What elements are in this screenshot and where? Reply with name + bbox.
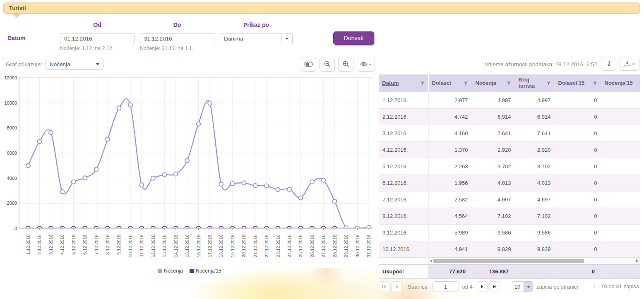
- legend-item[interactable]: Noćenja: [158, 268, 183, 274]
- table-cell: 3.702: [472, 158, 515, 175]
- legend-label: Noćenja'15: [196, 268, 221, 274]
- table-cell: 4.697: [515, 191, 555, 208]
- svg-text:3.12.2016.: 3.12.2016.: [48, 233, 53, 255]
- last-page-button[interactable]: [489, 281, 500, 292]
- tab-turisti[interactable]: Turisti: [9, 5, 26, 11]
- table-cell: 9.586: [515, 224, 555, 241]
- table-row[interactable]: 8.12.2016.4.5647.1027.1020: [379, 208, 640, 224]
- date-to-input[interactable]: [140, 33, 214, 44]
- svg-text:16.12.2016.: 16.12.2016.: [196, 233, 201, 257]
- table-cell: 4.742: [428, 108, 472, 125]
- page-number-input[interactable]: [433, 281, 459, 292]
- table-cell: 5.989: [428, 224, 472, 241]
- table-row[interactable]: 5.12.2016.2.2633.7023.7020: [379, 158, 640, 175]
- svg-text:29.12.2016.: 29.12.2016.: [344, 233, 348, 257]
- table-cell: 4.564: [428, 208, 472, 224]
- table-cell: [601, 208, 640, 224]
- date-from-hint: Noćenje: 1.12. na 2.12.: [60, 45, 113, 51]
- page-of-label: od 4: [462, 284, 473, 290]
- table-cell: 0: [555, 191, 601, 208]
- table-row[interactable]: 3.12.2016.4.1697.6417.6410: [379, 125, 640, 141]
- zoom-in-button[interactable]: [338, 57, 353, 72]
- zoom-out-button[interactable]: [320, 57, 335, 72]
- svg-text:24.12.2016.: 24.12.2016.: [287, 233, 292, 257]
- table-cell: 9.586: [472, 224, 515, 241]
- table-row[interactable]: 4.12.2016.1.3702.9202.9200: [379, 141, 640, 158]
- total-broj-turista: [515, 265, 555, 278]
- graf-prikazuje-select[interactable]: Noćenja: [46, 59, 103, 70]
- column-header-datum[interactable]: Datum: [379, 74, 428, 92]
- next-page-button[interactable]: [477, 281, 488, 292]
- funnel-icon[interactable]: [507, 81, 511, 87]
- table-row[interactable]: 2.12.2016.4.7426.9146.9140: [379, 108, 640, 125]
- legend-item[interactable]: Noćenja'15: [190, 268, 221, 274]
- toggle-icon: [304, 62, 313, 67]
- table-cell: 0: [555, 241, 601, 257]
- scrollbar-track[interactable]: [428, 258, 640, 264]
- datum-label: Datum: [7, 35, 36, 41]
- table-row[interactable]: 6.12.2016.1.9564.0134.0130: [379, 175, 640, 191]
- first-page-button[interactable]: [379, 281, 389, 292]
- table-cell: 2.920: [472, 141, 515, 158]
- column-header-nocenja[interactable]: Noćenja: [472, 74, 515, 92]
- svg-text:25.12.2016.: 25.12.2016.: [298, 233, 303, 257]
- scroll-right-icon[interactable]: [636, 259, 638, 263]
- date-to-field: [140, 33, 214, 44]
- table-cell: 2.263: [428, 158, 472, 175]
- table-cell: 0: [555, 92, 601, 108]
- table-cell: 10.12.2016.: [379, 241, 428, 257]
- funnel-icon[interactable]: [546, 81, 551, 87]
- chart-toggle-button[interactable]: [301, 57, 316, 72]
- table-cell: 9.829: [515, 241, 555, 257]
- svg-text:27.12.2016.: 27.12.2016.: [321, 233, 326, 257]
- column-header-dolasci15[interactable]: Dolasci'15: [555, 74, 601, 92]
- svg-text:12000: 12000: [4, 75, 17, 80]
- page-size-select[interactable]: 10: [511, 281, 533, 292]
- od-label: Od: [60, 22, 135, 28]
- svg-text:15.12.2016.: 15.12.2016.: [185, 233, 190, 257]
- table-cell: 4.997: [515, 92, 555, 108]
- column-header-broj-turista[interactable]: Broj turista: [515, 74, 555, 92]
- prikaz-po-select[interactable]: Danima: [220, 33, 293, 44]
- table-row[interactable]: 7.12.2016.2.5824.6974.6970: [379, 191, 640, 208]
- svg-text:9.12.2016.: 9.12.2016.: [116, 233, 121, 255]
- app-window: Turisti Od Do Prikaz po Datum Danima Noć…: [0, 0, 644, 299]
- date-from-input[interactable]: [60, 33, 135, 44]
- table-row[interactable]: 1.12.2016.2.9774.9974.9970: [379, 92, 640, 108]
- svg-text:8.12.2016.: 8.12.2016.: [105, 233, 110, 255]
- export-button[interactable]: [620, 57, 639, 71]
- scroll-left-icon[interactable]: [430, 259, 432, 263]
- table-cell: 5.12.2016.: [379, 158, 428, 175]
- table-total-row: Ukupno: 77.620 136.887 0: [379, 264, 640, 279]
- column-header-nocenja15[interactable]: Noćenja'15: [601, 74, 640, 92]
- column-header-dolasci[interactable]: Dolasci: [428, 74, 472, 92]
- table-row[interactable]: 9.12.2016.5.9899.5869.5860: [379, 224, 640, 241]
- total-nocenja: 136.887: [472, 265, 515, 278]
- series-visibility-button[interactable]: [357, 57, 375, 72]
- funnel-icon[interactable]: [420, 81, 425, 87]
- svg-text:26.12.2016.: 26.12.2016.: [310, 233, 315, 257]
- table-cell: 4.013: [515, 175, 555, 191]
- funnel-icon[interactable]: [464, 81, 468, 87]
- tab-pointer-arrow: [12, 14, 21, 18]
- svg-text:10.12.2016.: 10.12.2016.: [128, 233, 133, 257]
- total-dolasci: 77.620: [428, 265, 472, 278]
- svg-text:19.12.2016.: 19.12.2016.: [230, 233, 235, 257]
- table-cell: 3.12.2016.: [379, 125, 428, 141]
- legend-label: Noćenja: [164, 268, 183, 274]
- svg-text:18.12.2016.: 18.12.2016.: [219, 233, 223, 257]
- svg-text:2000: 2000: [7, 201, 17, 206]
- date-from-field: [60, 33, 135, 44]
- info-button[interactable]: i: [601, 57, 616, 71]
- svg-text:4.12.2016.: 4.12.2016.: [60, 233, 65, 255]
- prev-page-button[interactable]: [391, 281, 402, 292]
- svg-text:20.12.2016.: 20.12.2016.: [241, 233, 246, 257]
- scrollbar-thumb[interactable]: [433, 259, 584, 263]
- table-row[interactable]: 10.12.2016.4.9419.8299.8290: [379, 241, 640, 257]
- svg-text:6.12.2016.: 6.12.2016.: [82, 233, 87, 255]
- table-cell: 0: [555, 158, 601, 175]
- svg-text:14.12.2016.: 14.12.2016.: [173, 233, 178, 257]
- table-cell: 7.641: [472, 125, 515, 141]
- funnel-icon[interactable]: [593, 81, 597, 87]
- table-cell: 4.169: [428, 125, 472, 141]
